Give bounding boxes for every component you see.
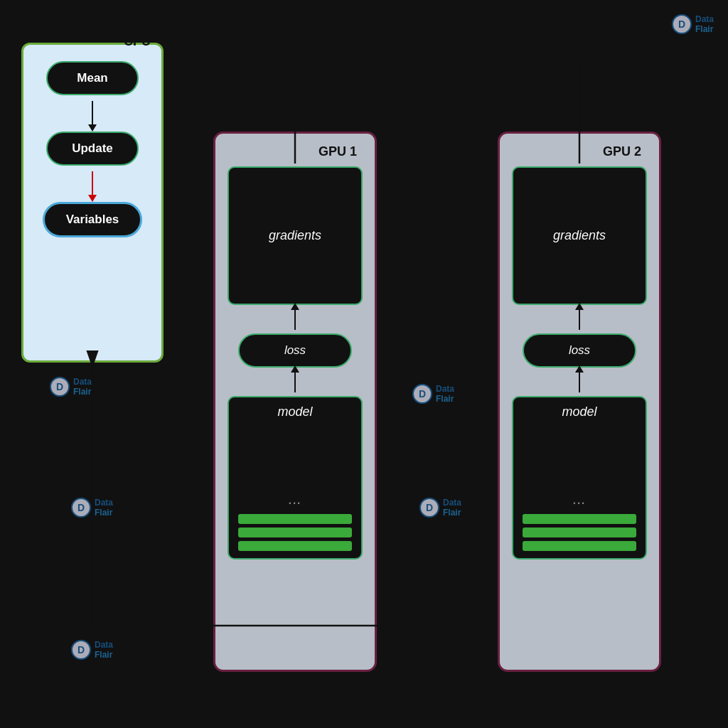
dataflair-icon-2: D	[50, 377, 70, 397]
flair-text-3: Flair	[436, 394, 454, 404]
gpu2-bar1	[523, 514, 636, 524]
flair-text-2: Flair	[73, 387, 92, 397]
dataflair-icon-1: D	[672, 14, 692, 34]
mean-node: Mean	[46, 61, 139, 95]
data-text-5: Data	[443, 498, 461, 508]
gpu2-box: GPU 2 gradients loss model ...	[498, 132, 661, 672]
flair-text-1: Flair	[695, 24, 714, 34]
gpu2-green-bars	[523, 514, 636, 551]
gpu2-arrow-model-to-loss	[579, 371, 580, 392]
gpu1-arrow-loss-to-gradients	[294, 309, 296, 330]
dataflair-text-3: Data Flair	[436, 384, 454, 405]
diagram-container: CPU Mean Update Variables GPU 1 gradient…	[0, 0, 728, 728]
gpu2-bar3	[523, 541, 636, 551]
watermark-cpu-bottom: D Data Flair	[50, 377, 92, 397]
cpu-label: CPU	[124, 34, 151, 49]
watermark-gpu2-mid: D Data Flair	[419, 498, 461, 518]
dataflair-icon-6: D	[71, 640, 91, 660]
gpu2-loss-node: loss	[523, 333, 636, 368]
update-node: Update	[46, 132, 139, 166]
gpu1-box: GPU 1 gradients loss model ...	[213, 132, 377, 672]
gpu2-label: GPU 2	[603, 144, 641, 159]
gpu2-dots: ...	[573, 490, 586, 508]
data-text-3: Data	[436, 384, 454, 394]
gpu2-inner: gradients loss model ...	[510, 166, 648, 560]
dataflair-text-4: Data Flair	[95, 498, 113, 518]
gpu1-model-label: model	[277, 405, 312, 419]
gpu1-model-block: model ...	[228, 396, 363, 560]
gpu1-green-bars	[238, 514, 352, 551]
gpu2-model-block: model ...	[512, 396, 647, 560]
data-text-2: Data	[73, 377, 92, 387]
gpu1-gradients-label: gradients	[269, 228, 321, 243]
dataflair-text-2: Data Flair	[73, 377, 92, 397]
gpu2-gradients-block: gradients	[512, 166, 647, 305]
watermark-gpu1-mid: D Data Flair	[412, 384, 454, 405]
svg-marker-14	[168, 91, 176, 98]
dataflair-icon-3: D	[412, 384, 432, 404]
gpu1-model-wrapper: model ...	[228, 396, 363, 560]
gpu2-gradients-label: gradients	[553, 228, 606, 243]
gpu1-gradients-block: gradients	[228, 166, 363, 305]
gpu1-label: GPU 1	[318, 144, 357, 159]
gpu2-model-label: model	[562, 405, 596, 419]
variables-node: Variables	[43, 202, 143, 237]
arrow-mean-to-update	[92, 101, 93, 126]
gpu1-arrow-model-to-loss	[294, 371, 296, 392]
watermark-bottom-left: D Data Flair	[71, 498, 113, 518]
flair-text-6: Flair	[95, 650, 113, 660]
data-text-4: Data	[95, 498, 113, 508]
dataflair-text-1: Data Flair	[695, 14, 714, 35]
watermark-bottom: D Data Flair	[71, 640, 113, 660]
gpu1-bar3	[238, 541, 352, 551]
svg-marker-15	[168, 91, 176, 98]
flair-text-4: Flair	[95, 508, 113, 518]
flair-text-5: Flair	[443, 508, 461, 518]
gpu2-arrow-loss-to-gradients	[579, 309, 580, 330]
gpu2-bar2	[523, 528, 636, 537]
arrow-update-to-variables	[92, 171, 93, 196]
dataflair-text-6: Data Flair	[95, 640, 113, 660]
watermark-top-right: D Data Flair	[672, 14, 714, 35]
gpu1-bar2	[238, 528, 352, 537]
cpu-box: CPU Mean Update Variables	[21, 43, 164, 363]
dataflair-icon-4: D	[71, 498, 91, 518]
gpu1-dots: ...	[289, 490, 301, 508]
gpu1-loss-node: loss	[238, 333, 352, 368]
data-text-1: Data	[695, 14, 714, 24]
data-text-6: Data	[95, 640, 113, 650]
gpu1-bar1	[238, 514, 352, 524]
gpu1-inner: gradients loss model ...	[226, 166, 364, 560]
gpu2-model-wrapper: model ...	[512, 396, 647, 560]
dataflair-icon-5: D	[419, 498, 439, 518]
dataflair-text-5: Data Flair	[443, 498, 461, 518]
